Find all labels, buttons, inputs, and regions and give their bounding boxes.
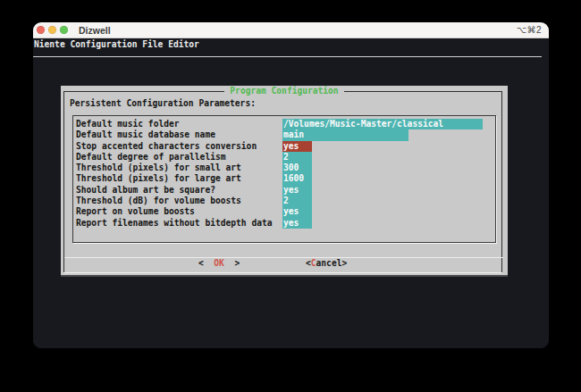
dialog-border-bottom bbox=[63, 272, 502, 273]
field-value[interactable]: 1600 bbox=[282, 173, 312, 184]
field-label: Report on volume boosts bbox=[76, 206, 282, 217]
form-row: Report filenames without bitdepth dataye… bbox=[76, 218, 495, 229]
form-row: Should album art be square?yes bbox=[76, 185, 495, 196]
field-label: Threshold (pixels) for large art bbox=[76, 173, 282, 184]
app-title: Niente Configuration File Editor bbox=[34, 39, 199, 50]
dialog-title: Program Configuration bbox=[224, 86, 343, 96]
form-row: Threshold (pixels) for small art300 bbox=[76, 163, 495, 173]
desktop-background: Dizwell ⌥⌘2 Niente Configuration File Ed… bbox=[0, 0, 581, 392]
field-value[interactable]: /Volumes/Music-Master/classical bbox=[282, 119, 483, 129]
window-title: Dizwell bbox=[79, 25, 111, 36]
ok-button[interactable]: < OK > bbox=[198, 258, 240, 269]
config-form-box: Default music folder/Volumes/Music-Maste… bbox=[72, 115, 496, 243]
field-value[interactable]: main bbox=[282, 129, 408, 140]
dialog-border-right bbox=[501, 91, 502, 272]
field-label: Should album art be square? bbox=[76, 185, 282, 196]
field-label: Stop accented characters conversion bbox=[76, 141, 282, 152]
minimize-button[interactable] bbox=[48, 26, 56, 34]
field-label: Default music folder bbox=[76, 119, 282, 129]
field-value[interactable]: 2 bbox=[282, 196, 312, 206]
button-bracket-left: < bbox=[198, 258, 214, 268]
form-row: Default music database namemain bbox=[76, 129, 495, 140]
form-row: Threshold (pixels) for large art1600 bbox=[76, 173, 495, 184]
close-button[interactable] bbox=[37, 26, 45, 34]
field-label: Threshold (pixels) for small art bbox=[76, 163, 282, 173]
field-value[interactable]: yes bbox=[282, 218, 312, 229]
window-titlebar[interactable]: Dizwell ⌥⌘2 bbox=[33, 22, 549, 38]
button-bracket-right: ancel> bbox=[316, 258, 348, 268]
field-label: Default degree of parallelism bbox=[76, 152, 282, 163]
form-row: Default degree of parallelism2 bbox=[76, 152, 495, 163]
dialog-border-left bbox=[63, 91, 64, 272]
dialog-subtitle: Persistent Configuration Parameters: bbox=[70, 98, 256, 109]
field-value[interactable]: yes bbox=[282, 185, 312, 196]
field-value[interactable]: yes bbox=[282, 206, 312, 217]
form-row: Stop accented characters conversionyes bbox=[76, 141, 495, 152]
field-label: Default music database name bbox=[76, 129, 282, 140]
header-divider bbox=[33, 56, 542, 57]
terminal-window: Dizwell ⌥⌘2 Niente Configuration File Ed… bbox=[33, 22, 549, 348]
cancel-button[interactable]: <Cancel> bbox=[306, 258, 347, 269]
dialog-shadow-edge bbox=[61, 275, 508, 277]
field-value[interactable]: 300 bbox=[282, 163, 312, 173]
field-label: Report filenames without bitdepth data bbox=[76, 218, 282, 229]
terminal-screen: Niente Configuration File Editor Program… bbox=[33, 38, 549, 348]
field-label: Threshold (dB) for volume boosts bbox=[76, 196, 282, 206]
config-form-rows: Default music folder/Volumes/Music-Maste… bbox=[76, 119, 495, 229]
button-separator bbox=[64, 257, 503, 258]
form-row: Default music folder/Volumes/Music-Maste… bbox=[76, 119, 495, 129]
window-shortcut-badge: ⌥⌘2 bbox=[516, 25, 542, 35]
field-value-focused[interactable]: yes bbox=[282, 141, 312, 152]
field-value[interactable]: 2 bbox=[282, 152, 312, 163]
zoom-button[interactable] bbox=[60, 26, 68, 34]
button-hotkey-text: OK bbox=[214, 258, 224, 268]
program-configuration-dialog: Program Configuration Persistent Configu… bbox=[61, 86, 508, 277]
dialog-title-row: Program Configuration bbox=[61, 86, 508, 96]
form-row: Threshold (dB) for volume boosts2 bbox=[76, 196, 495, 206]
form-row: Report on volume boostsyes bbox=[76, 206, 495, 217]
button-bracket-right: > bbox=[224, 258, 240, 268]
